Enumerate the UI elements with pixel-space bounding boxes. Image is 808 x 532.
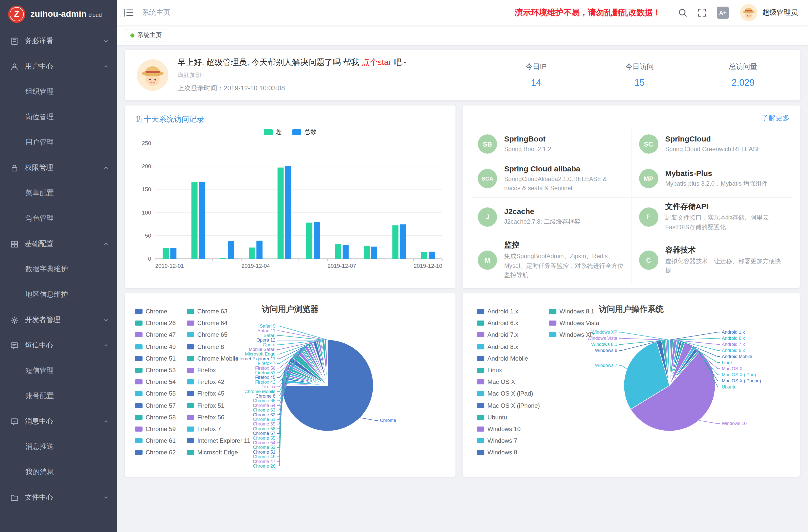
legend-item[interactable]: Chrome 47 [135, 332, 176, 338]
legend-item[interactable]: Firefox [187, 367, 216, 373]
legend-item[interactable]: Android 1.x [477, 308, 518, 314]
legend-item[interactable]: Chrome 64 [187, 320, 227, 326]
legend-item[interactable]: Chrome 57 [135, 402, 176, 408]
chevron-up-icon [104, 165, 109, 170]
search-icon[interactable] [678, 8, 687, 17]
bar-legend-item[interactable]: 您 [264, 128, 282, 136]
legend-label: Mac OS X [488, 378, 515, 385]
logo[interactable]: Z zuihou-admincloud [0, 0, 117, 29]
legend-item[interactable]: Chrome 53 [135, 367, 176, 373]
font-size-icon[interactable]: A+ [717, 6, 729, 19]
legend-item[interactable]: Internet Explorer 11 [187, 438, 250, 444]
legend-item[interactable]: Mac OS X (iPhone) [477, 402, 540, 408]
legend-item[interactable]: Firefox 56 [187, 414, 224, 420]
legend-item[interactable]: Android 8.x [477, 344, 518, 350]
legend-item[interactable]: Windows 8.1 [549, 308, 594, 314]
legend-swatch [477, 450, 484, 455]
stat-label: 今日IP [520, 62, 552, 71]
legend-item[interactable]: Firefox 42 [187, 379, 224, 385]
learn-more-link[interactable]: 了解更多 [761, 114, 790, 123]
legend-item[interactable]: Chrome 65 [187, 332, 227, 338]
legend-item[interactable]: Chrome 62 [135, 450, 176, 456]
fullscreen-icon[interactable] [697, 8, 706, 17]
legend-item[interactable]: Microsoft Edge [187, 450, 238, 456]
user-name[interactable]: 超级管理员 [763, 8, 798, 17]
legend-item[interactable]: Windows 8 [477, 450, 517, 456]
features-grid: SBSpringBootSpring Boot 2.1.2SCSpringClo… [471, 129, 792, 284]
sidebar-item-message-center[interactable]: 消息中心 [0, 409, 117, 434]
legend-item[interactable]: Windows 7 [477, 438, 517, 444]
sidebar-item-base-config[interactable]: 基础配置 [0, 231, 117, 257]
legend-item[interactable]: Chrome 59 [135, 426, 176, 432]
legend-item[interactable]: Chrome 54 [135, 379, 176, 385]
tab-system-home[interactable]: 系统主页 [125, 29, 167, 42]
folder-icon [10, 493, 19, 502]
legend-item[interactable]: Windows XP [549, 332, 594, 338]
legend-item[interactable]: Chrome Mobile [187, 355, 239, 362]
svg-text:Chrome 61: Chrome 61 [253, 417, 275, 422]
legend-item[interactable]: Chrome [135, 308, 167, 314]
sidebar-subitem-sms-account[interactable]: 账号配置 [0, 383, 117, 409]
charts-row-1: 近十天系统访问记录 您总数 0501001502002502019-12-012… [125, 106, 800, 288]
sidebar-subitem-position[interactable]: 岗位管理 [0, 105, 117, 130]
user-avatar[interactable] [740, 4, 757, 21]
chevron-up-icon [104, 419, 109, 424]
sidebar-subitem-msg-push[interactable]: 消息推送 [0, 434, 117, 459]
legend-item[interactable]: Ubuntu [477, 414, 507, 420]
svg-text:Chrome 8: Chrome 8 [255, 393, 275, 399]
legend-item[interactable]: Firefox 45 [187, 391, 224, 397]
legend-item[interactable]: Chrome 55 [135, 391, 176, 397]
sidebar-item-permission[interactable]: 权限管理 [0, 155, 117, 181]
svg-text:Firefox 56: Firefox 56 [255, 366, 275, 371]
feature-desc: 虚拟化容器技术，让迁移、部署更加方便快捷 [665, 256, 785, 275]
sidebar-item-developer[interactable]: 开发者管理 [0, 307, 117, 333]
legend-item[interactable]: Android 6.x [477, 320, 518, 326]
sidebar-subitem-my-msg[interactable]: 我的消息 [0, 459, 117, 485]
legend-item[interactable]: Mac OS X [477, 379, 515, 385]
legend-item[interactable]: Android Mobile [477, 355, 528, 362]
sidebar-subitem-area[interactable]: 地区信息维护 [0, 282, 117, 307]
legend-item[interactable]: Chrome 63 [187, 308, 227, 314]
legend-item[interactable]: Chrome 61 [135, 438, 176, 444]
user-icon [10, 62, 19, 71]
legend-label: Chrome [146, 308, 167, 315]
legend-item[interactable]: Chrome 58 [135, 414, 176, 420]
svg-text:Windows 8: Windows 8 [595, 348, 617, 353]
legend-item[interactable]: Firefox 51 [187, 402, 224, 408]
pie-chart-title: 访问用户浏览器 [125, 304, 456, 315]
legend-item[interactable]: Firefox 7 [187, 426, 221, 432]
greeting-text-block: 早上好, 超级管理员, 今天帮别人解决问题了吗 帮我 点个star 吧~ 疯狂加… [178, 57, 406, 93]
sidebar-item-must-read[interactable]: 务必详看 [0, 29, 117, 54]
sidebar-item-file-center[interactable]: 文件中心 [0, 485, 117, 510]
legend-item[interactable]: Linux [477, 367, 502, 373]
sidebar-subitem-user[interactable]: 用户管理 [0, 130, 117, 155]
svg-text:Firefox 7: Firefox 7 [258, 361, 275, 366]
sidebar-subitem-dict[interactable]: 数据字典维护 [0, 257, 117, 282]
legend-swatch [549, 309, 556, 314]
legend-item[interactable]: Android 7.x [477, 332, 518, 338]
sidebar-item-sms-center[interactable]: 短信中心 [0, 333, 117, 358]
legend-item[interactable]: Windows 10 [477, 426, 521, 432]
legend-label: Windows 8.1 [559, 308, 594, 315]
sidebar-toggle-icon[interactable] [124, 8, 134, 17]
legend-item[interactable]: Chrome 26 [135, 320, 176, 326]
star-link[interactable]: 点个star [362, 58, 391, 67]
legend-item[interactable]: Chrome 51 [135, 355, 176, 362]
stat-item: 今日IP14 [520, 62, 552, 88]
tab-bar: 系统主页 [117, 25, 808, 45]
breadcrumb[interactable]: 系统主页 [142, 8, 170, 17]
bar-chart[interactable]: 0501001502002502019-12-012019-12-042019-… [132, 139, 447, 280]
legend-item[interactable]: Mac OS X (iPad) [477, 391, 533, 397]
chat-icon [10, 417, 19, 426]
sidebar-item-user-center[interactable]: 用户中心 [0, 54, 117, 79]
bar-legend-item[interactable]: 总数 [292, 128, 316, 136]
sidebar-subitem-sms-manage[interactable]: 短信管理 [0, 358, 117, 383]
legend-item[interactable]: Chrome 49 [135, 344, 176, 350]
legend-item[interactable]: Windows Vista [549, 320, 599, 326]
sidebar-subitem-menu-config[interactable]: 菜单配置 [0, 181, 117, 206]
sidebar-subitem-org[interactable]: 组织管理 [0, 79, 117, 105]
sidebar-subitem-role[interactable]: 角色管理 [0, 206, 117, 231]
legend-item[interactable]: Chrome 8 [187, 344, 224, 350]
svg-text:Linux: Linux [722, 360, 733, 365]
svg-text:Chrome 59: Chrome 59 [253, 421, 275, 426]
